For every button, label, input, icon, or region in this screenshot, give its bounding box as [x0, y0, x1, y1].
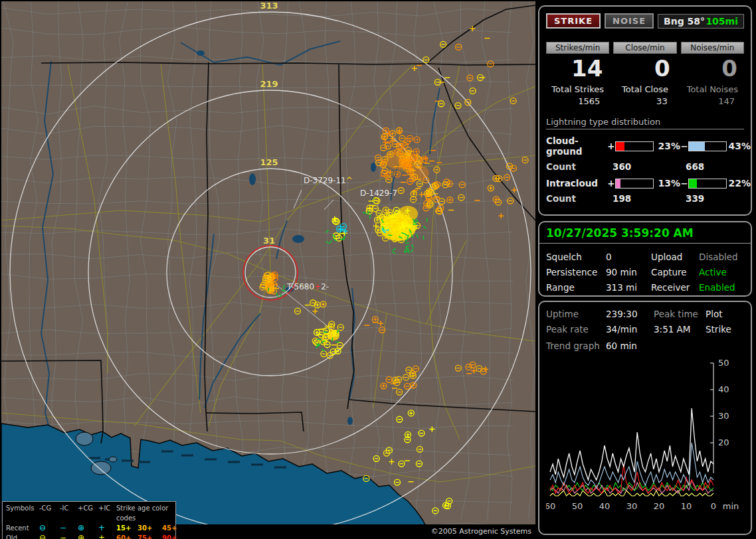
ic-plus-count: 198 — [607, 193, 680, 204]
legend-header-pos-cg: +CG — [78, 503, 98, 523]
neg-ic-recent-icon: − — [60, 523, 78, 533]
noises-per-min-value: 0 — [681, 55, 744, 82]
range-label: Range — [546, 282, 606, 293]
ic-plus-pct: 13% — [654, 178, 680, 189]
plus-sign: + — [607, 178, 615, 189]
ic-minus-count: 339 — [680, 193, 747, 204]
svg-text:50: 50 — [572, 501, 583, 511]
strike-button[interactable]: STRIKE — [546, 13, 601, 29]
cg-plus-count: 360 — [607, 161, 680, 172]
svg-text:30: 30 — [718, 411, 729, 421]
legend-header-symbols: Symbols — [6, 503, 39, 523]
peak-rate-value: 34/min — [606, 324, 654, 335]
squelch-value: 0 — [606, 252, 651, 262]
datetime-display: 10/27/2025 3:59:20 AM — [539, 226, 751, 244]
copyright-text: ©2005 Astrogenic Systems — [431, 527, 531, 536]
minus-sign: − — [680, 178, 688, 189]
svg-text:313: 313 — [260, 1, 278, 11]
age-15: 15+ — [116, 523, 138, 533]
persistence-value: 90 min — [606, 267, 651, 277]
receiver-label: Receiver — [651, 282, 699, 293]
uptime-value: 239:30 — [606, 309, 654, 319]
trend-panel: Uptime 239:30 Peak time Plot Peak rate 3… — [538, 301, 752, 535]
age-75: 75+ — [138, 533, 162, 539]
lightning-map[interactable]: 31321912531D-3729-11^D-1429-7T-5680+2-©2… — [1, 1, 535, 538]
total-close-label: Total Close — [613, 84, 676, 94]
screen: { "header": {"strike": "STRIKE", "noise"… — [0, 0, 756, 539]
total-close-value: 33 — [613, 96, 676, 106]
age-60: 60+ — [116, 533, 138, 539]
legend-age-header: Strike age color codes — [116, 503, 187, 523]
plot-label: Plot — [706, 309, 740, 319]
trend-window-value: 60 min — [606, 341, 654, 351]
svg-text:20: 20 — [718, 437, 729, 447]
close-per-min-chip: Close/min — [613, 42, 676, 54]
svg-text:D-1429-7: D-1429-7 — [360, 189, 397, 198]
squelch-label: Squelch — [546, 252, 606, 262]
total-noises-value: 147 — [681, 96, 744, 106]
ic-plus-bar — [615, 179, 654, 189]
strikes-per-min-chip: Strikes/min — [546, 42, 609, 54]
svg-text:31: 31 — [263, 236, 275, 246]
cg-count-label: Count — [546, 161, 607, 172]
total-strikes-value: 1565 — [546, 96, 609, 106]
svg-text:60: 60 — [546, 501, 555, 511]
upload-value: Disabled — [699, 252, 740, 262]
symbol-legend: Symbols -CG -IC +CG +IC Strike age color… — [2, 501, 176, 539]
cg-minus-pct: 43% — [727, 141, 751, 151]
bearing-value: Bng 58° — [664, 16, 705, 27]
distribution-title: Lightning type distribution — [546, 117, 744, 129]
legend-header-pos-ic: +IC — [98, 503, 116, 523]
cg-plus-pct: 23% — [654, 141, 680, 151]
uptime-label: Uptime — [546, 309, 606, 319]
age-30: 30+ — [138, 523, 162, 533]
range-mi-value: 313 mi — [606, 282, 651, 293]
pos-cg-recent-icon: ⊕ — [78, 523, 98, 533]
status-panel: 10/27/2025 3:59:20 AM Squelch 0 Upload D… — [538, 221, 752, 297]
legend-row-old-label: Old — [6, 533, 39, 539]
plot-value: Strike — [706, 324, 740, 335]
cg-minus-bar — [688, 141, 727, 151]
capture-label: Capture — [651, 267, 699, 277]
svg-text:10: 10 — [681, 501, 692, 511]
age-45: 45+ — [162, 523, 187, 533]
svg-text:125: 125 — [260, 157, 278, 167]
trend-graph-label: Trend graph — [546, 341, 606, 351]
peak-time-label: Peak time — [654, 309, 706, 319]
svg-text:40: 40 — [718, 384, 729, 394]
legend-row-recent-label: Recent — [6, 523, 39, 533]
pos-cg-old-icon: ⊕ — [78, 533, 98, 539]
ic-minus-pct: 22% — [727, 178, 751, 189]
ic-minus-bar — [688, 179, 727, 189]
pos-ic-recent-icon: + — [98, 523, 116, 533]
receiver-value: Enabled — [699, 282, 740, 293]
svg-text:219: 219 — [260, 79, 278, 89]
pos-ic-old-icon: + — [98, 533, 116, 539]
intracloud-label: Intracloud — [546, 178, 607, 189]
range-value: 105mi — [706, 16, 738, 27]
noise-button[interactable]: NOISE — [605, 13, 654, 29]
neg-cg-recent-icon: ⊖ — [39, 523, 60, 533]
cg-minus-count: 668 — [680, 161, 747, 172]
bearing-range-display[interactable]: Bng 58° 105mi — [658, 14, 744, 29]
trend-chart: 504030206050403020100min — [546, 355, 747, 518]
svg-text:20: 20 — [654, 501, 665, 511]
svg-text:50: 50 — [718, 358, 729, 368]
cg-plus-bar — [615, 141, 654, 151]
ic-count-label: Count — [546, 193, 607, 204]
neg-cg-old-icon: ⊖ — [39, 533, 60, 539]
total-noises-label: Total Noises — [681, 84, 744, 94]
total-strikes-label: Total Strikes — [546, 84, 609, 94]
plus-sign: + — [607, 141, 615, 151]
map-panel: 31321912531D-3729-11^D-1429-7T-5680+2-©2… — [1, 1, 535, 538]
noises-per-min-chip: Noises/min — [681, 42, 744, 54]
cloud-ground-label: Cloud-ground — [546, 135, 607, 157]
counters-panel: STRIKE NOISE Bng 58° 105mi Strikes/min C… — [538, 5, 752, 216]
legend-header-neg-ic: -IC — [60, 503, 78, 523]
peak-rate-label: Peak rate — [546, 324, 606, 335]
svg-text:T-5680+2-: T-5680+2- — [286, 282, 329, 291]
capture-value: Active — [699, 267, 740, 277]
persistence-label: Persistence — [546, 267, 606, 277]
legend-header-neg-cg: -CG — [39, 503, 60, 523]
svg-text:D-3729-11^: D-3729-11^ — [304, 176, 353, 185]
